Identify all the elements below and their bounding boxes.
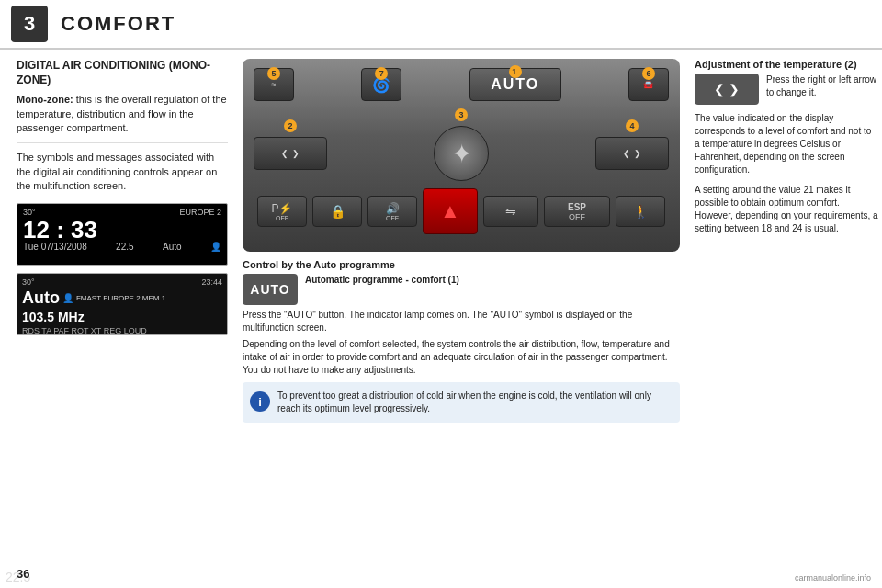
adjustment-title: Adjustment of the temperature (2) bbox=[695, 59, 878, 70]
ac-btn-temp-right[interactable]: ❮ ❯ bbox=[595, 137, 669, 170]
lock-icon: 🔒 bbox=[330, 204, 345, 219]
middle-column: 5 ≈ 7 🌀 1 AUTO 6 🚘 2 bbox=[243, 59, 680, 553]
pedestrian-icon: 🚶 bbox=[633, 204, 649, 219]
btn-badge-2: 2 bbox=[284, 119, 297, 132]
right-temp-arrow[interactable]: ❯ bbox=[729, 82, 740, 96]
ac-btn-auto[interactable]: 1 AUTO bbox=[469, 68, 561, 101]
arrow-instruction: Press the right or left arrow to change … bbox=[766, 74, 878, 99]
car-icon: 🚘 bbox=[643, 80, 653, 89]
adjustment-body-2: A setting around the value 21 makes it p… bbox=[695, 184, 878, 235]
ac-btn-lock[interactable]: 🔒 bbox=[312, 196, 362, 227]
arrow-control-box[interactable]: ❮ ❯ bbox=[695, 74, 759, 105]
esp-label: ESP bbox=[568, 202, 586, 212]
info-text: To prevent too great a distribution of c… bbox=[277, 390, 673, 415]
ac-row-1: 5 ≈ 7 🌀 1 AUTO 6 🚘 bbox=[254, 68, 669, 101]
screen1-user-icon: 👤 bbox=[210, 242, 221, 252]
right-arrow-icon: ❯ bbox=[292, 149, 300, 158]
left-arrow2-icon: ❮ bbox=[623, 149, 630, 158]
ac-row-2: 2 ❮ ❯ 3 ✦ 4 ❮ ❯ bbox=[254, 108, 669, 181]
auto-body-text-1: Press the "AUTO" button. The indicator l… bbox=[243, 309, 680, 334]
auto-display-box: AUTO bbox=[243, 274, 298, 305]
control-auto-title: Control by the Auto programme bbox=[243, 259, 680, 270]
center-controls: 3 ✦ bbox=[434, 108, 489, 181]
main-content: DIGITAL AIR CONDITIONING (MONO-ZONE) Mon… bbox=[0, 50, 882, 562]
speaker-icon: 🔊 bbox=[386, 202, 400, 215]
ac-btn-seat-heat-right[interactable]: 6 🚘 bbox=[628, 68, 669, 101]
airflow-icon: ⇋ bbox=[505, 204, 516, 219]
screen2-rds: RDS TA PAF ROT XT REG LOUD bbox=[22, 326, 222, 335]
fan-speed-icon: ✦ bbox=[451, 139, 472, 169]
screen-display-2: 30° 23:44 Auto 👤 FMAST EUROPE 2 MEM 1 10… bbox=[17, 273, 228, 335]
ac-control-panel: 5 ≈ 7 🌀 1 AUTO 6 🚘 2 bbox=[243, 59, 680, 252]
section-title-digital-ac: DIGITAL AIR CONDITIONING (MONO-ZONE) bbox=[17, 59, 228, 87]
adjustment-body-1: The value indicated on the display corre… bbox=[695, 112, 878, 176]
ac-btn-fan-speed[interactable]: ✦ bbox=[434, 126, 489, 181]
ac-btn-airflow[interactable]: ⇋ bbox=[483, 196, 538, 227]
ac-row-3: P⚡ OFF 🔒 🔊 OFF ▲ ⇋ ESP OFF bbox=[254, 188, 669, 234]
auto-programme-content: AUTO Automatic programme - comfort (1) bbox=[243, 274, 680, 305]
hazard-icon: ▲ bbox=[440, 199, 460, 223]
esp-off-label: OFF bbox=[569, 212, 585, 221]
chapter-badge: 3 bbox=[11, 6, 48, 42]
screen2-top-left: 30° bbox=[22, 277, 35, 287]
left-column: DIGITAL AIR CONDITIONING (MONO-ZONE) Mon… bbox=[17, 59, 228, 553]
power-off-label: OFF bbox=[276, 215, 288, 221]
screen1-mode: Auto bbox=[163, 242, 182, 252]
page-number: 36 bbox=[17, 567, 29, 581]
ac-btn-power-off[interactable]: P⚡ OFF bbox=[257, 196, 307, 227]
info-icon: i bbox=[250, 391, 270, 412]
ac-btn-speaker[interactable]: 🔊 OFF bbox=[368, 196, 417, 227]
screen1-date: Tue 07/13/2008 bbox=[23, 242, 87, 252]
ac-btn-seat-heat-left[interactable]: 5 ≈ bbox=[254, 68, 294, 101]
symbols-text: The symbols and messages associated with… bbox=[17, 151, 228, 193]
screen2-user-icon: 👤 bbox=[62, 293, 74, 303]
programme-subtitle: Automatic programme - comfort (1) bbox=[305, 274, 680, 287]
auto-label: AUTO bbox=[491, 76, 539, 93]
page-title: COMFORT bbox=[61, 12, 175, 36]
instruction-col: Press the right or left arrow to change … bbox=[766, 74, 878, 99]
ac-btn-7[interactable]: 7 🌀 bbox=[361, 68, 401, 101]
ac-btn-hazard[interactable]: ▲ bbox=[423, 188, 478, 234]
ac-btn-pedestrian[interactable]: 🚶 bbox=[616, 196, 665, 227]
right-column: Adjustment of the temperature (2) ❮ ❯ Pr… bbox=[695, 59, 878, 553]
info-box: i To prevent too great a distribution of… bbox=[243, 382, 680, 423]
screen2-region: FMAST EUROPE 2 MEM 1 bbox=[76, 294, 165, 302]
page-header: 3 COMFORT bbox=[0, 0, 882, 50]
mono-zone-description: Mono-zone: this is the overall regulatio… bbox=[17, 93, 228, 135]
auto-programme-text: Automatic programme - comfort (1) bbox=[305, 274, 680, 289]
screen2-auto: Auto bbox=[22, 288, 60, 308]
left-arrow-icon: ❮ bbox=[281, 149, 288, 158]
left-temp-arrow[interactable]: ❮ bbox=[714, 82, 725, 96]
divider bbox=[17, 142, 228, 143]
seat-heat-icon: ≈ bbox=[272, 80, 277, 89]
ac-btn-esp[interactable]: ESP OFF bbox=[544, 196, 610, 227]
auto-body-text-2: Depending on the level of comfort select… bbox=[243, 338, 680, 377]
right-controls: 4 ❮ ❯ bbox=[595, 119, 669, 170]
btn-badge-7: 7 bbox=[375, 67, 388, 80]
btn-badge-6: 6 bbox=[642, 67, 655, 80]
power-icon: P⚡ bbox=[271, 202, 292, 215]
right-arrow2-icon: ❯ bbox=[634, 149, 641, 158]
screen1-time: 12 : 33 bbox=[23, 218, 221, 242]
speaker-off-label: OFF bbox=[386, 215, 399, 221]
screen1-temp: 22.5 bbox=[116, 242, 133, 252]
watermark: carmanualonline.info bbox=[795, 573, 871, 582]
ac-btn-temp-left[interactable]: ❮ ❯ bbox=[254, 137, 327, 170]
mono-zone-label: Mono-zone: bbox=[17, 94, 74, 105]
btn-badge-5: 5 bbox=[267, 67, 280, 80]
btn-badge-3: 3 bbox=[455, 108, 468, 121]
screen-display-1: 30° EUROPE 2 12 : 33 Tue 07/13/2008 22.5… bbox=[17, 203, 228, 266]
screen2-freq: 103.5 MHz bbox=[22, 310, 85, 324]
btn-badge-4: 4 bbox=[626, 119, 639, 132]
adjustment-section: ❮ ❯ Press the right or left arrow to cha… bbox=[695, 74, 878, 105]
btn-badge-1: 1 bbox=[509, 65, 522, 78]
left-controls: 2 ❮ ❯ bbox=[254, 119, 327, 170]
screen2-top-right: 23:44 bbox=[201, 277, 222, 287]
screen1-region: EUROPE 2 bbox=[179, 208, 221, 217]
control-auto-section: Control by the Auto programme AUTO Autom… bbox=[243, 259, 680, 423]
